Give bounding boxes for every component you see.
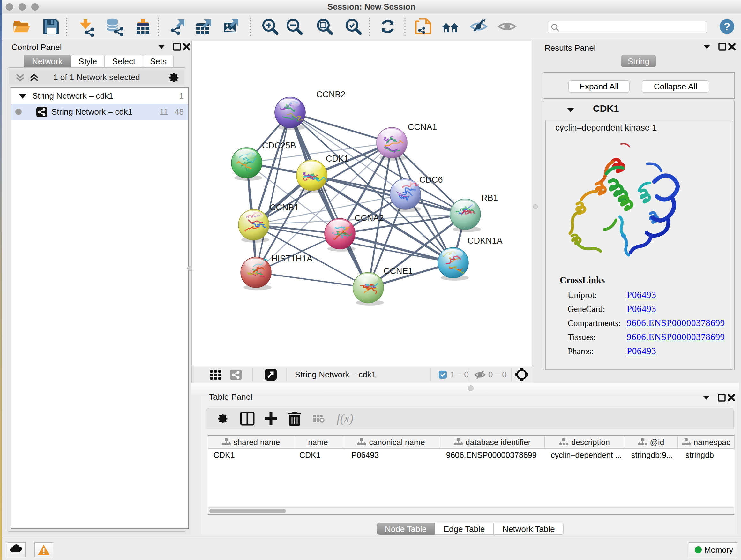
svg-text:CCNA2: CCNA2 [354, 213, 384, 223]
svg-text:CDK1: CDK1 [326, 154, 349, 164]
svg-text:CCNE1: CCNE1 [384, 266, 413, 276]
svg-text:0 – 0: 0 – 0 [488, 370, 507, 379]
svg-text:1 – 0: 1 – 0 [450, 370, 469, 379]
svg-text:RB1: RB1 [481, 193, 498, 203]
svg-text:String Network – cdk1: String Network – cdk1 [295, 370, 376, 379]
svg-text:CCNB1: CCNB1 [270, 203, 299, 212]
svg-text:CCNA1: CCNA1 [408, 122, 437, 132]
svg-text:CDC6: CDC6 [419, 175, 443, 185]
svg-text:f(x): f(x) [337, 412, 354, 425]
svg-text:CCNB2: CCNB2 [316, 90, 346, 99]
svg-text:HIST1H1A: HIST1H1A [271, 254, 313, 263]
svg-text:CDKN1A: CDKN1A [468, 236, 502, 246]
svg-text:CDC25B: CDC25B [262, 141, 296, 150]
svg-text:?: ? [724, 20, 731, 33]
